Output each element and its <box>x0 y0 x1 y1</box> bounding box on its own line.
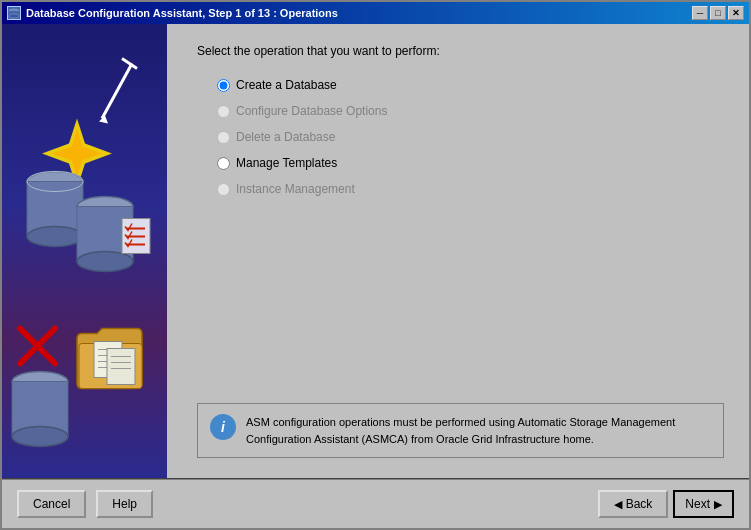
radio-group: Create a Database Configure Database Opt… <box>217 78 724 196</box>
radio-create-database-input[interactable] <box>217 79 230 92</box>
maximize-button[interactable]: □ <box>710 6 726 20</box>
next-button[interactable]: Next ▶ <box>673 490 734 518</box>
radio-configure-options-input[interactable] <box>217 105 230 118</box>
titlebar-controls: ─ □ ✕ <box>692 6 744 20</box>
radio-delete-database-label: Delete a Database <box>236 130 335 144</box>
radio-delete-database-input[interactable] <box>217 131 230 144</box>
next-arrow-icon: ▶ <box>714 498 722 511</box>
app-icon <box>7 6 21 20</box>
svg-point-2 <box>9 14 19 18</box>
radio-delete-database[interactable]: Delete a Database <box>217 130 724 144</box>
radio-manage-templates[interactable]: Manage Templates <box>217 156 724 170</box>
radio-instance-management[interactable]: Instance Management <box>217 182 724 196</box>
radio-instance-management-label: Instance Management <box>236 182 355 196</box>
info-message: ASM configuration operations must be per… <box>246 414 711 447</box>
instructions-text: Select the operation that you want to pe… <box>197 44 724 58</box>
help-button[interactable]: Help <box>96 490 153 518</box>
close-button[interactable]: ✕ <box>728 6 744 20</box>
svg-point-14 <box>77 252 133 272</box>
svg-rect-27 <box>107 349 135 385</box>
button-bar-left: Cancel Help <box>17 490 153 518</box>
radio-create-database[interactable]: Create a Database <box>217 78 724 92</box>
back-label: Back <box>626 497 653 511</box>
back-arrow-icon: ◀ <box>614 498 622 511</box>
right-panel: Select the operation that you want to pe… <box>167 24 749 478</box>
radio-manage-templates-label: Manage Templates <box>236 156 337 170</box>
info-box: i ASM configuration operations must be p… <box>197 403 724 458</box>
radio-configure-options[interactable]: Configure Database Options <box>217 104 724 118</box>
next-label: Next <box>685 497 710 511</box>
radio-create-database-label: Create a Database <box>236 78 337 92</box>
svg-point-10 <box>27 227 83 247</box>
radio-manage-templates-input[interactable] <box>217 157 230 170</box>
button-bar-right: ◀ Back Next ▶ <box>598 490 734 518</box>
titlebar-left: Database Configuration Assistant, Step 1… <box>7 6 338 20</box>
button-bar: Cancel Help ◀ Back Next ▶ <box>2 480 749 528</box>
svg-line-3 <box>102 64 132 119</box>
illustration-panel <box>2 24 167 478</box>
minimize-button[interactable]: ─ <box>692 6 708 20</box>
window-title: Database Configuration Assistant, Step 1… <box>26 7 338 19</box>
main-content: Select the operation that you want to pe… <box>2 24 749 478</box>
cancel-button[interactable]: Cancel <box>17 490 86 518</box>
titlebar: Database Configuration Assistant, Step 1… <box>2 2 749 24</box>
info-icon: i <box>210 414 236 440</box>
svg-point-33 <box>12 427 68 447</box>
main-window: Database Configuration Assistant, Step 1… <box>0 0 751 530</box>
back-button[interactable]: ◀ Back <box>598 490 669 518</box>
radio-configure-options-label: Configure Database Options <box>236 104 387 118</box>
radio-instance-management-input[interactable] <box>217 183 230 196</box>
